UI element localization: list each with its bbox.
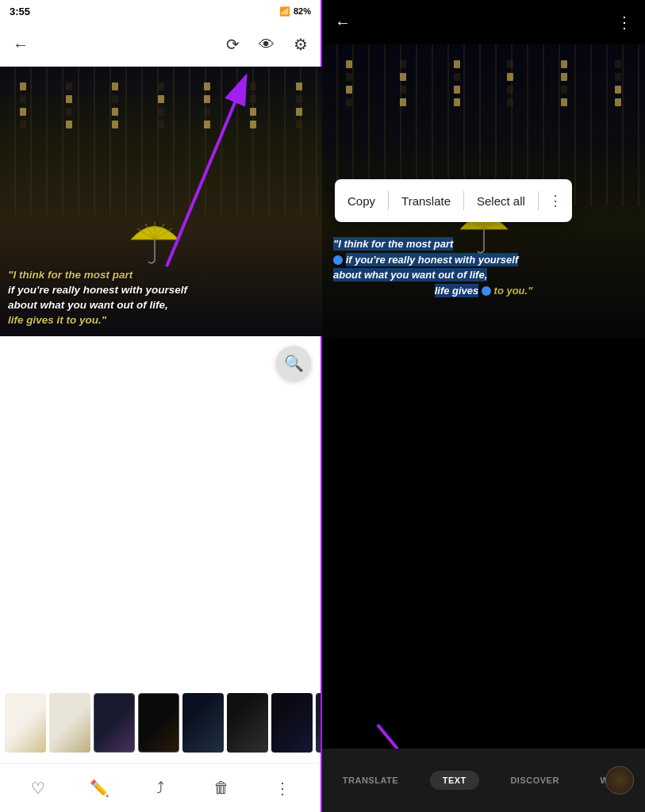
status-bar: 3:55 📶 82%	[0, 0, 321, 22]
edit-button[interactable]: ✏️	[82, 771, 117, 806]
quote-line1: "I think for the most part	[8, 269, 132, 281]
scan-fab-button[interactable]: 🔍	[276, 346, 311, 381]
selection-handle-left	[333, 255, 343, 265]
selected-line4: life gives	[435, 284, 479, 297]
context-menu: Copy Translate Select all ⋮	[335, 179, 572, 222]
thumbnail-5[interactable]	[182, 693, 224, 753]
scan-fab-icon: 🔍	[284, 354, 304, 373]
right-image-area: Copy Translate Select all ⋮ "I think for…	[322, 44, 645, 338]
like-button[interactable]: ♡	[21, 771, 56, 806]
main-image: "I think for the most part if you're rea…	[0, 67, 322, 336]
translate-menu-item[interactable]: Translate	[389, 188, 463, 214]
nav-icons-right: ⟳ 👁 ⚙	[226, 35, 308, 54]
thumbnail-6[interactable]	[227, 693, 268, 753]
tab-translate[interactable]: TRANSLATE	[333, 769, 408, 791]
thumbnail-2[interactable]	[49, 693, 90, 753]
thumbnail-8[interactable]	[316, 693, 321, 753]
tab-text[interactable]: TEXT	[430, 771, 479, 790]
tab-discover-label: DISCOVER	[510, 776, 559, 785]
more-button-right[interactable]: ⋮	[616, 13, 632, 32]
tab-text-label: TEXT	[443, 776, 466, 785]
more-button[interactable]: ⋮	[265, 771, 300, 806]
right-panel: ← ⋮	[322, 0, 645, 812]
top-nav-right: ← ⋮	[322, 0, 645, 44]
building-windows	[0, 75, 322, 209]
scan-icon[interactable]: ⟳	[226, 35, 240, 54]
selected-line3: about what you want out of life,	[333, 268, 487, 282]
right-building-windows	[322, 52, 645, 199]
quote-line4: life gives it to you."	[8, 314, 106, 326]
selected-line2: if you're really honest with yourself	[346, 253, 519, 266]
time-display: 3:55	[10, 6, 30, 17]
select-all-menu-item[interactable]: Select all	[464, 188, 538, 214]
right-middle-area	[322, 338, 645, 812]
image-background: "I think for the most part if you're rea…	[0, 67, 322, 336]
trash-icon: 🗑	[213, 779, 229, 797]
thumbnail-section: 🔍 ♡ ✏️ ⤴ 🗑	[0, 336, 321, 812]
pencil-icon: ✏️	[90, 779, 109, 798]
quote-line2: if you're really honest with yourself	[8, 284, 187, 296]
thumbnail-7[interactable]	[271, 693, 313, 753]
user-avatar	[605, 766, 634, 795]
status-icons: 📶 82%	[279, 6, 311, 17]
unselected-text: to you."	[494, 285, 533, 297]
top-nav-left: ← ⟳ 👁 ⚙	[0, 22, 321, 67]
more-menu-item[interactable]: ⋮	[539, 186, 572, 216]
thumbnail-1[interactable]	[5, 693, 46, 753]
left-panel: 3:55 📶 82% ← ⟳ 👁 ⚙	[0, 0, 322, 812]
battery-icon: 82%	[294, 6, 311, 16]
thumbnail-3[interactable]	[94, 693, 135, 753]
delete-button[interactable]: 🗑	[204, 771, 239, 806]
heart-icon: ♡	[31, 779, 45, 798]
quote-line3: about what you want out of life,	[8, 299, 168, 311]
selected-line1: "I think for the most part	[333, 237, 453, 251]
tab-translate-label: TRANSLATE	[343, 776, 398, 785]
copy-menu-item[interactable]: Copy	[335, 188, 388, 214]
thumbnail-strip	[0, 687, 321, 758]
selection-handle-right	[482, 286, 491, 296]
umbrella-graphic	[123, 217, 186, 265]
more-icon: ⋮	[275, 779, 290, 798]
bottom-action-bar: ♡ ✏️ ⤴ 🗑 ⋮	[0, 763, 321, 812]
share-icon: ⤴	[156, 779, 164, 797]
settings-icon[interactable]: ⚙	[294, 35, 308, 54]
tab-discover[interactable]: DISCOVER	[501, 769, 568, 791]
signal-icon: 📶	[279, 6, 290, 17]
thumbnail-4[interactable]	[138, 693, 179, 753]
right-image-background: Copy Translate Select all ⋮ "I think for…	[322, 44, 645, 338]
bottom-tab-bar: TRANSLATE TEXT DISCOVER WINE	[322, 749, 645, 812]
selected-text-area: "I think for the most part if you're rea…	[333, 236, 634, 298]
share-button[interactable]: ⤴	[143, 771, 178, 806]
quote-text: "I think for the most part if you're rea…	[8, 268, 314, 328]
back-button[interactable]: ←	[13, 36, 29, 54]
back-button-right[interactable]: ←	[335, 13, 351, 32]
eye-icon[interactable]: 👁	[259, 36, 275, 54]
